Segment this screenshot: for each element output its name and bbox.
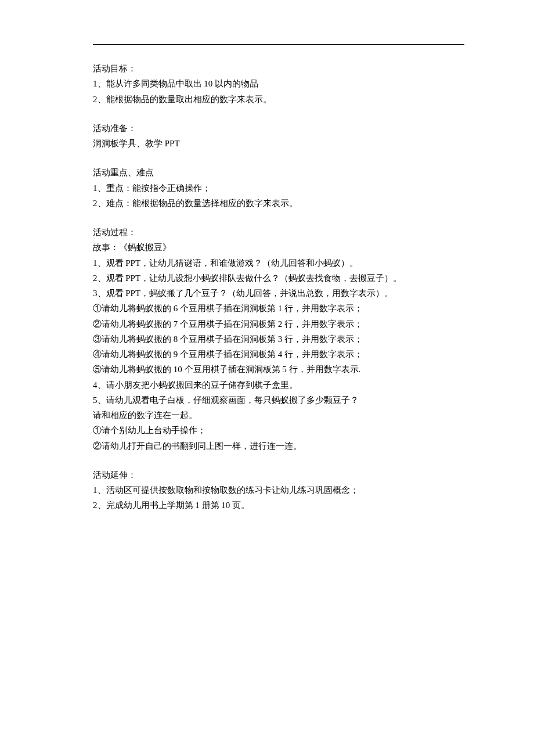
extension-item: 2、完成幼儿用书上学期第 1 册第 10 页。 <box>93 498 464 513</box>
document-page: 活动目标： 1、能从许多同类物品中取出 10 以内的物品 2、能根据物品的数量取… <box>0 0 534 756</box>
process-item: 1、观看 PPT，让幼儿猜谜语，和谁做游戏？（幼儿回答和小蚂蚁）。 <box>93 255 464 271</box>
process-item: ③请幼儿将蚂蚁搬的 8 个豆用棋子插在洞洞板第 3 行，并用数字表示； <box>93 332 464 347</box>
focus-item: 2、难点：能根据物品的数量选择相应的数字来表示。 <box>93 196 464 211</box>
process-item: 3、观看 PPT，蚂蚁搬了几个豆子？（幼儿回答，并说出总数，用数字表示）。 <box>93 286 464 301</box>
goals-item: 2、能根据物品的数量取出相应的数字来表示。 <box>93 92 464 107</box>
section-title: 活动过程： <box>93 225 464 240</box>
process-item: ⑤请幼儿将蚂蚁搬的 10 个豆用棋子插在洞洞板第 5 行，并用数字表示. <box>93 362 464 377</box>
process-item: ②请幼儿打开自己的书翻到同上图一样，进行连一连。 <box>93 438 464 453</box>
preparation-item: 洞洞板学具、教学 PPT <box>93 136 464 151</box>
section-focus: 活动重点、难点 1、重点：能按指令正确操作； 2、难点：能根据物品的数量选择相应… <box>93 165 464 211</box>
top-divider <box>93 44 464 45</box>
process-item: ①请个别幼儿上台动手操作； <box>93 423 464 438</box>
process-item: 4、请小朋友把小蚂蚁搬回来的豆子储存到棋子盒里。 <box>93 377 464 393</box>
section-title: 活动准备： <box>93 121 464 136</box>
process-item: 5、请幼儿观看电子白板，仔细观察画面，每只蚂蚁搬了多少颗豆子？ <box>93 393 464 408</box>
section-process: 活动过程： 故事：《蚂蚁搬豆》 1、观看 PPT，让幼儿猜谜语，和谁做游戏？（幼… <box>93 225 464 453</box>
section-goals: 活动目标： 1、能从许多同类物品中取出 10 以内的物品 2、能根据物品的数量取… <box>93 61 464 107</box>
process-item: ④请幼儿将蚂蚁搬的 9 个豆用棋子插在洞洞板第 4 行，并用数字表示； <box>93 347 464 362</box>
process-item: ②请幼儿将蚂蚁搬的 7 个豆用棋子插在洞洞板第 2 行，并用数字表示； <box>93 316 464 332</box>
section-extension: 活动延伸： 1、活动区可提供按数取物和按物取数的练习卡让幼儿练习巩固概念； 2、… <box>93 467 464 513</box>
goals-item: 1、能从许多同类物品中取出 10 以内的物品 <box>93 76 464 91</box>
extension-item: 1、活动区可提供按数取物和按物取数的练习卡让幼儿练习巩固概念； <box>93 483 464 498</box>
process-item: ①请幼儿将蚂蚁搬的 6 个豆用棋子插在洞洞板第 1 行，并用数字表示； <box>93 301 464 316</box>
focus-item: 1、重点：能按指令正确操作； <box>93 181 464 196</box>
section-title: 活动延伸： <box>93 467 464 483</box>
section-preparation: 活动准备： 洞洞板学具、教学 PPT <box>93 121 464 152</box>
section-title: 活动目标： <box>93 61 464 76</box>
process-story: 故事：《蚂蚁搬豆》 <box>93 240 464 255</box>
process-item: 2、观看 PPT，让幼儿设想小蚂蚁排队去做什么？（蚂蚁去找食物，去搬豆子）。 <box>93 271 464 286</box>
section-title: 活动重点、难点 <box>93 165 464 180</box>
process-item: 请和相应的数字连在一起。 <box>93 408 464 423</box>
